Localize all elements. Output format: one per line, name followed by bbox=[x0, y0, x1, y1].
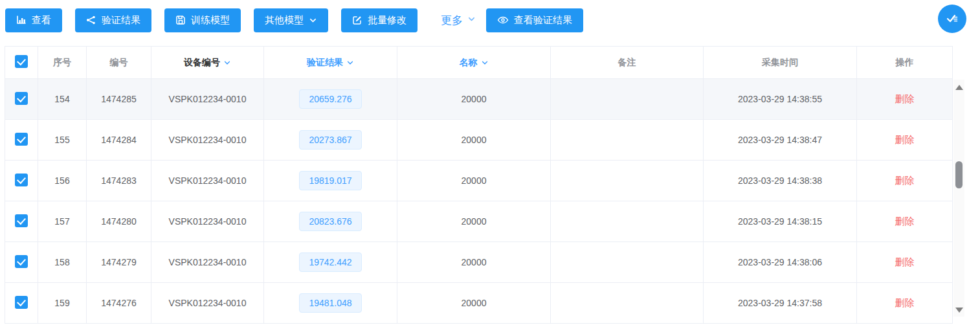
action-cell: 删除 bbox=[857, 201, 953, 242]
chevron-down-icon bbox=[467, 14, 476, 27]
result-cell: 20273.867 bbox=[264, 120, 397, 161]
remark-cell bbox=[551, 242, 704, 283]
result-cell: 20823.676 bbox=[264, 201, 397, 242]
delete-link[interactable]: 删除 bbox=[895, 134, 915, 145]
check-list-icon bbox=[944, 10, 960, 28]
scrollbar-thumb[interactable] bbox=[955, 161, 963, 188]
delete-link[interactable]: 删除 bbox=[895, 175, 915, 186]
row-checkbox[interactable] bbox=[15, 92, 28, 105]
result-cell: 20659.276 bbox=[264, 79, 397, 120]
delete-link[interactable]: 删除 bbox=[895, 93, 915, 104]
delete-link[interactable]: 删除 bbox=[895, 216, 915, 227]
time-cell: 2023-03-29 14:38:38 bbox=[704, 161, 857, 201]
bar-chart-icon bbox=[16, 15, 27, 25]
batch-edit-button[interactable]: 批量修改 bbox=[341, 8, 418, 32]
name-cell: 20000 bbox=[397, 120, 551, 161]
data-table: 序号 编号 设备编号 验证结果 名称 备注 采集时间 操作 154 147428… bbox=[5, 46, 952, 324]
row-select-cell bbox=[5, 79, 38, 120]
time-cell: 2023-03-29 14:38:55 bbox=[704, 79, 857, 120]
table-row: 159 1474276 VSPK012234-0010 19481.048 20… bbox=[5, 283, 953, 324]
result-cell: 19481.048 bbox=[264, 283, 397, 324]
view-button-label: 查看 bbox=[32, 14, 51, 27]
result-badge[interactable]: 19481.048 bbox=[299, 293, 361, 313]
other-models-dropdown-button[interactable]: 其他模型 bbox=[254, 8, 328, 32]
code-cell: 1474276 bbox=[87, 283, 151, 324]
row-select-cell bbox=[5, 283, 38, 324]
row-checkbox[interactable] bbox=[15, 255, 28, 268]
select-all-checkbox[interactable] bbox=[15, 55, 28, 68]
row-select-cell bbox=[5, 201, 38, 242]
device-cell: VSPK012234-0010 bbox=[151, 79, 264, 120]
row-select-cell bbox=[5, 161, 38, 201]
result-badge[interactable]: 19742.442 bbox=[299, 252, 361, 272]
device-cell: VSPK012234-0010 bbox=[151, 120, 264, 161]
action-cell: 删除 bbox=[857, 79, 953, 120]
table-row: 158 1474279 VSPK012234-0010 19742.442 20… bbox=[5, 242, 953, 283]
more-label: 更多 bbox=[441, 13, 463, 28]
train-model-button[interactable]: 训练模型 bbox=[164, 8, 241, 32]
code-cell: 1474280 bbox=[87, 201, 151, 242]
remark-cell bbox=[551, 201, 704, 242]
device-cell: VSPK012234-0010 bbox=[151, 161, 264, 201]
result-badge[interactable]: 19819.017 bbox=[299, 171, 361, 190]
save-icon bbox=[175, 15, 186, 25]
seq-cell: 155 bbox=[38, 120, 87, 161]
device-cell: VSPK012234-0010 bbox=[151, 283, 264, 324]
remark-cell bbox=[551, 120, 704, 161]
table-row: 154 1474285 VSPK012234-0010 20659.276 20… bbox=[5, 79, 953, 120]
column-header-device[interactable]: 设备编号 bbox=[151, 47, 264, 79]
select-all-cell bbox=[5, 47, 38, 79]
action-cell: 删除 bbox=[857, 161, 953, 201]
device-cell: VSPK012234-0010 bbox=[151, 242, 264, 283]
view-verify-results-label: 查看验证结果 bbox=[514, 14, 572, 27]
table-row: 157 1474280 VSPK012234-0010 20823.676 20… bbox=[5, 201, 953, 242]
name-cell: 20000 bbox=[397, 79, 551, 120]
row-checkbox[interactable] bbox=[15, 174, 28, 186]
remark-cell bbox=[551, 79, 704, 120]
toolbar: 查看 验证结果 训练模型 其他模型 bbox=[0, 0, 980, 40]
scroll-down-arrow-icon[interactable] bbox=[955, 308, 963, 313]
table-row: 155 1474284 VSPK012234-0010 20273.867 20… bbox=[5, 120, 953, 161]
eye-icon bbox=[497, 15, 509, 25]
action-cell: 删除 bbox=[857, 283, 953, 324]
row-checkbox[interactable] bbox=[15, 296, 28, 309]
sort-caret-icon[interactable] bbox=[223, 58, 231, 69]
column-header-result[interactable]: 验证结果 bbox=[264, 47, 397, 79]
view-verify-results-button[interactable]: 查看验证结果 bbox=[486, 8, 583, 32]
result-badge[interactable]: 20823.676 bbox=[299, 212, 361, 231]
result-cell: 19742.442 bbox=[264, 242, 397, 283]
code-cell: 1474279 bbox=[87, 242, 151, 283]
time-cell: 2023-03-29 14:38:47 bbox=[704, 120, 857, 161]
scroll-up-arrow-icon[interactable] bbox=[955, 85, 963, 90]
vertical-scrollbar[interactable] bbox=[953, 80, 964, 317]
column-header-remark: 备注 bbox=[551, 47, 704, 79]
result-cell: 19819.017 bbox=[264, 161, 397, 201]
verify-result-button[interactable]: 验证结果 bbox=[75, 8, 151, 32]
device-cell: VSPK012234-0010 bbox=[151, 201, 264, 242]
name-cell: 20000 bbox=[397, 283, 551, 324]
seq-cell: 154 bbox=[38, 79, 87, 120]
seq-cell: 158 bbox=[38, 242, 87, 283]
more-dropdown[interactable]: 更多 bbox=[441, 13, 476, 28]
seq-cell: 156 bbox=[38, 161, 87, 201]
table-header: 序号 编号 设备编号 验证结果 名称 备注 采集时间 操作 bbox=[5, 47, 953, 79]
table-row: 156 1474283 VSPK012234-0010 19819.017 20… bbox=[5, 161, 953, 201]
delete-link[interactable]: 删除 bbox=[895, 297, 915, 308]
code-cell: 1474285 bbox=[87, 79, 151, 120]
row-checkbox[interactable] bbox=[15, 214, 28, 227]
result-badge[interactable]: 20659.276 bbox=[299, 89, 361, 109]
chevron-down-icon bbox=[309, 16, 317, 25]
batch-edit-button-label: 批量修改 bbox=[368, 14, 406, 27]
column-header-action: 操作 bbox=[857, 47, 953, 79]
view-button[interactable]: 查看 bbox=[5, 8, 62, 32]
column-header-seq: 序号 bbox=[38, 47, 87, 79]
sort-caret-icon[interactable] bbox=[346, 58, 354, 69]
name-cell: 20000 bbox=[397, 242, 551, 283]
other-models-label: 其他模型 bbox=[265, 14, 304, 27]
row-checkbox[interactable] bbox=[15, 133, 28, 146]
delete-link[interactable]: 删除 bbox=[895, 256, 915, 267]
result-badge[interactable]: 20273.867 bbox=[299, 130, 361, 150]
confirm-selection-fab[interactable] bbox=[938, 5, 966, 33]
column-header-name[interactable]: 名称 bbox=[397, 47, 551, 79]
sort-caret-icon[interactable] bbox=[481, 58, 489, 69]
